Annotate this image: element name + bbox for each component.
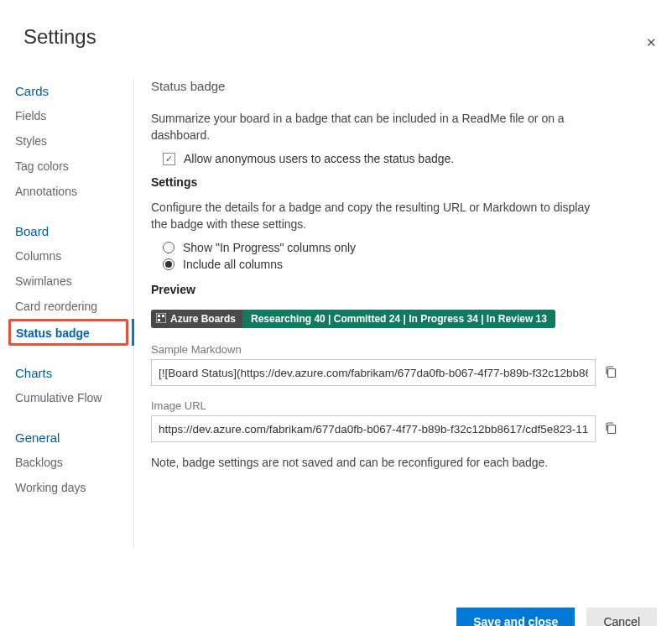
sidebar-item-backlogs[interactable]: Backlogs (10, 450, 133, 475)
checkbox-icon[interactable]: ✓ (163, 153, 175, 165)
copy-icon[interactable] (604, 421, 619, 436)
radio-include-all[interactable]: Include all columns (163, 258, 659, 271)
radio-icon[interactable] (163, 242, 175, 253)
dialog-footer: Save and close Cancel (456, 608, 657, 626)
svg-rect-0 (156, 313, 166, 323)
markdown-input[interactable] (151, 359, 596, 386)
sidebar-group-general: General (10, 425, 133, 450)
settings-content: Status badge Summarize your board in a b… (134, 79, 672, 549)
svg-rect-3 (158, 319, 160, 321)
svg-rect-1 (158, 315, 160, 317)
sidebar-item-annotations[interactable]: Annotations (10, 179, 133, 204)
sidebar-group-charts: Charts (10, 361, 133, 385)
column-radio-group: Show "In Progress" columns only Include … (163, 241, 659, 271)
settings-desc: Configure the details for a badge and co… (151, 199, 604, 232)
copy-icon[interactable] (604, 365, 619, 380)
cancel-button[interactable]: Cancel (586, 608, 657, 626)
settings-subheading: Settings (151, 175, 659, 189)
radio-icon[interactable] (163, 258, 175, 270)
page-heading: Status badge (151, 79, 659, 93)
settings-sidebar: Cards Fields Styles Tag colors Annotatio… (0, 79, 134, 549)
badge-status-text: Researching 40 | Committed 24 | In Progr… (242, 310, 555, 328)
badge-brand: Azure Boards (151, 310, 242, 328)
badge-brand-text: Azure Boards (170, 313, 236, 325)
radio-label: Show "In Progress" columns only (183, 241, 356, 254)
selection-indicator (132, 319, 134, 346)
sidebar-item-card-reordering[interactable]: Card reordering (10, 294, 133, 319)
settings-note: Note, badge settings are not saved and c… (151, 456, 659, 469)
svg-rect-4 (608, 369, 616, 378)
radio-in-progress-only[interactable]: Show "In Progress" columns only (163, 241, 659, 254)
sidebar-item-columns[interactable]: Columns (10, 243, 133, 269)
svg-rect-5 (608, 425, 616, 434)
save-button[interactable]: Save and close (456, 608, 575, 626)
dialog-title: Settings (23, 25, 672, 49)
sidebar-item-fields[interactable]: Fields (10, 103, 133, 128)
sidebar-item-highlight: Status badge (8, 319, 128, 346)
azure-boards-icon (156, 313, 166, 325)
markdown-label: Sample Markdown (151, 343, 659, 356)
intro-text: Summarize your board in a badge that can… (151, 110, 604, 143)
settings-dialog: ✕ Settings Cards Fields Styles Tag color… (0, 25, 672, 626)
sidebar-group-cards: Cards (10, 79, 133, 103)
imageurl-label: Image URL (151, 399, 659, 412)
sidebar-item-swimlanes[interactable]: Swimlanes (10, 269, 133, 294)
sidebar-item-styles[interactable]: Styles (10, 128, 133, 154)
imageurl-input[interactable] (151, 415, 596, 442)
status-badge-preview: Azure Boards Researching 40 | Committed … (151, 310, 555, 328)
preview-heading: Preview (151, 283, 659, 296)
allow-anonymous-label: Allow anonymous users to access the stat… (184, 152, 454, 165)
dialog-body: Cards Fields Styles Tag colors Annotatio… (0, 79, 672, 549)
close-icon[interactable]: ✕ (643, 37, 659, 52)
svg-rect-2 (162, 315, 164, 317)
sidebar-item-cumulative-flow[interactable]: Cumulative Flow (10, 385, 133, 410)
allow-anonymous-row[interactable]: ✓ Allow anonymous users to access the st… (163, 152, 659, 165)
sidebar-group-board: Board (10, 219, 133, 243)
radio-label: Include all columns (183, 258, 283, 271)
sidebar-item-tag-colors[interactable]: Tag colors (10, 154, 133, 179)
sidebar-item-working-days[interactable]: Working days (10, 475, 133, 500)
sidebar-item-status-badge[interactable]: Status badge (14, 325, 122, 342)
